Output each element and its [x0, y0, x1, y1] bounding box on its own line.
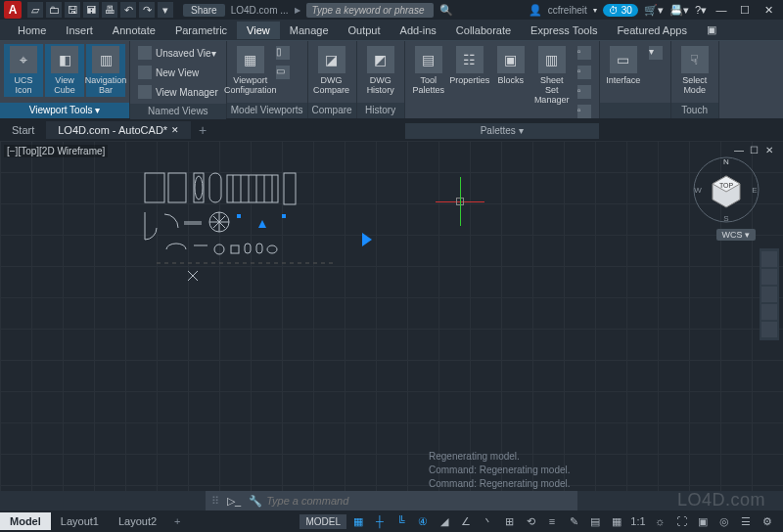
layout-tab-layout2[interactable]: Layout2: [109, 512, 166, 530]
command-line[interactable]: ⠿ ▷_ 🔧: [206, 491, 577, 510]
menu-tab-view[interactable]: View: [237, 22, 280, 39]
ribbon-btn-ucs-icon[interactable]: ⌖UCS Icon: [4, 44, 43, 97]
status-icon-15[interactable]: ⛶: [671, 512, 691, 530]
qat-redo-icon[interactable]: ↷: [139, 2, 155, 18]
ribbon-extra-icon[interactable]: ▫: [574, 64, 595, 81]
menu-tab-home[interactable]: Home: [8, 22, 56, 39]
qat-undo-icon[interactable]: ↶: [120, 2, 136, 18]
menu-overflow-icon[interactable]: ▣: [697, 21, 726, 39]
status-icon-3[interactable]: ④: [413, 512, 433, 530]
ribbon-panel-label[interactable]: Model Viewports: [227, 103, 307, 118]
status-icon-14[interactable]: ☼: [650, 512, 669, 530]
status-icon-16[interactable]: ▣: [693, 512, 713, 530]
user-icon[interactable]: 👤: [529, 4, 542, 17]
doc-tab-0[interactable]: Start: [0, 121, 46, 139]
help-icon[interactable]: ?▾: [695, 4, 707, 17]
qat-drop-icon[interactable]: ▾: [158, 2, 173, 18]
ribbon-btn-interface[interactable]: ▭Interface: [604, 44, 643, 87]
nav-showm-icon[interactable]: [761, 322, 777, 337]
menu-tab-collaborate[interactable]: Collaborate: [446, 22, 521, 39]
qat-plot-icon[interactable]: 🖶: [102, 2, 117, 18]
ribbon-extra-icon[interactable]: ▫: [574, 103, 595, 120]
menu-tab-add-ins[interactable]: Add-ins: [391, 22, 446, 39]
ribbon-btn-blocks[interactable]: ▣Blocks: [491, 44, 530, 87]
title-drop-icon[interactable]: ▶: [295, 6, 300, 15]
apps-icon[interactable]: 📇▾: [669, 4, 689, 17]
ribbon-panel-label[interactable]: Palettes ▾: [405, 123, 599, 139]
close-button[interactable]: ✕: [758, 2, 779, 18]
menu-tab-express-tools[interactable]: Express Tools: [521, 22, 607, 39]
menu-tab-annotate[interactable]: Annotate: [103, 22, 165, 39]
ribbon-extra-icon[interactable]: ▫: [574, 83, 595, 101]
qat-new-icon[interactable]: ▱: [27, 2, 43, 18]
credits-badge[interactable]: ⏱ 30: [603, 4, 638, 17]
vp-close-icon[interactable]: ✕: [765, 145, 777, 156]
ribbon-btn-unsaved-vie-[interactable]: Unsaved Vie▾: [134, 44, 222, 62]
menu-tab-manage[interactable]: Manage: [280, 22, 339, 39]
ribbon-extra-icon[interactable]: ▭: [272, 64, 294, 81]
ribbon-panel-label[interactable]: Compare: [308, 103, 356, 118]
ribbon-panel-label[interactable]: [600, 103, 670, 118]
close-tab-icon[interactable]: ✕: [171, 125, 179, 135]
status-icon-12[interactable]: ▦: [607, 512, 626, 530]
qat-save-icon[interactable]: 🖫: [65, 2, 80, 18]
status-icon-18[interactable]: ☰: [736, 512, 756, 530]
ribbon-btn-sheet-set-manager[interactable]: ▥Sheet Set Manager: [532, 44, 572, 107]
add-doc-button[interactable]: +: [191, 122, 214, 138]
status-icon-0[interactable]: ▦: [348, 512, 368, 530]
ribbon-btn-new-view[interactable]: New View: [134, 64, 222, 81]
menu-tab-parametric[interactable]: Parametric: [165, 22, 237, 39]
ribbon-btn-tool-palettes[interactable]: ▤Tool Palettes: [409, 44, 448, 97]
nav-zoom-icon[interactable]: [761, 287, 777, 302]
qat-saveall-icon[interactable]: 🖬: [83, 2, 99, 18]
cart-icon[interactable]: 🛒▾: [644, 4, 664, 17]
cmdline-handle-icon[interactable]: ⠿: [207, 495, 223, 508]
ribbon-extra-icon[interactable]: ▾: [645, 44, 667, 62]
layout-tab-model[interactable]: Model: [0, 512, 51, 530]
ribbon-panel-label[interactable]: History: [357, 103, 404, 118]
ribbon-panel-label[interactable]: Touch: [671, 103, 718, 118]
command-input[interactable]: [266, 495, 576, 507]
status-icon-4[interactable]: ◢: [435, 512, 454, 530]
ribbon-btn-select-mode[interactable]: ☟Select Mode: [675, 44, 714, 97]
app-logo[interactable]: A: [4, 1, 22, 19]
doc-tab-1[interactable]: LO4D.com - AutoCAD*✕: [46, 121, 191, 139]
status-icon-9[interactable]: ≡: [542, 512, 562, 530]
nav-wheel-icon[interactable]: [761, 251, 777, 267]
ribbon-extra-icon[interactable]: ▯: [272, 44, 294, 62]
view-cube[interactable]: N E S W TOP: [691, 155, 761, 225]
menu-tab-insert[interactable]: Insert: [56, 22, 103, 39]
ribbon-btn-dwg-history[interactable]: ◩DWG History: [361, 44, 400, 97]
ribbon-panel-label[interactable]: Named Views: [130, 104, 226, 119]
canvas[interactable]: [−][Top][2D Wireframe] — ☐ ✕: [0, 141, 783, 491]
ribbon-extra-icon[interactable]: ▫: [574, 44, 595, 62]
maximize-button[interactable]: ☐: [734, 2, 756, 18]
ribbon-btn-view-cube[interactable]: ◧View Cube: [45, 44, 84, 97]
status-icon-8[interactable]: ⟲: [521, 512, 540, 530]
status-icon-2[interactable]: ╚: [392, 512, 411, 530]
viewport-label[interactable]: [−][Top][2D Wireframe]: [4, 145, 108, 157]
model-space-badge[interactable]: MODEL: [299, 514, 346, 529]
status-icon-17[interactable]: ◎: [714, 512, 734, 530]
nav-pan-icon[interactable]: [761, 269, 777, 285]
user-name[interactable]: ccfreiheit: [548, 5, 587, 16]
status-icon-5[interactable]: ∠: [456, 512, 476, 530]
cmdline-wrench-icon[interactable]: 🔧: [245, 495, 266, 508]
user-drop-icon[interactable]: ▾: [593, 6, 597, 15]
menu-tab-output[interactable]: Output: [339, 22, 391, 39]
ribbon-btn-view-manager[interactable]: View Manager: [134, 83, 222, 101]
layout-tab-layout1[interactable]: Layout1: [51, 512, 109, 530]
ribbon-panel-label[interactable]: Viewport Tools ▾: [0, 103, 129, 118]
qat-open-icon[interactable]: 🗀: [46, 2, 62, 18]
status-icon-10[interactable]: ✎: [564, 512, 583, 530]
share-button[interactable]: Share: [183, 4, 225, 17]
nav-orbit-icon[interactable]: [761, 304, 777, 320]
ribbon-btn-navigation-bar[interactable]: ▥Navigation Bar: [86, 44, 125, 97]
status-icon-13[interactable]: 1:1: [628, 512, 648, 530]
status-icon-11[interactable]: ▤: [585, 512, 605, 530]
status-icon-7[interactable]: ⊞: [499, 512, 519, 530]
search-input[interactable]: Type a keyword or phrase: [306, 3, 434, 18]
wcs-badge[interactable]: WCS ▾: [716, 229, 757, 241]
ribbon-btn-properties[interactable]: ☷Properties: [450, 44, 489, 87]
status-icon-19[interactable]: ⚙: [758, 512, 777, 530]
